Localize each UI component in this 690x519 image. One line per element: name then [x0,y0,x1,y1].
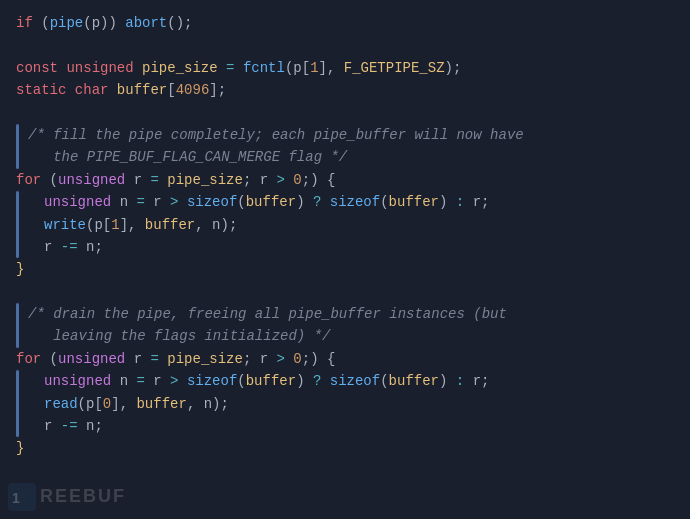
svg-text:1: 1 [12,490,20,506]
code-line-blank3 [16,281,674,303]
code-for2-line1: unsigned n = r > sizeof ( buffer ) ? siz… [16,370,674,392]
code-block: if ( pipe ( p )) abort (); const unsigne… [0,0,690,519]
code-line-4: static char buffer [ 4096 ]; [16,79,674,101]
code-for2-header: for ( unsigned r = pipe_size ; r > 0 ;) … [16,348,674,370]
code-for1-line2: write ( p [ 1 ], buffer , n ); [16,214,674,236]
code-comment-2: the PIPE_BUF_FLAG_CAN_MERGE flag */ [16,146,674,168]
code-line-blank2 [16,102,674,124]
code-comment-1: /* fill the pipe completely; each pipe_b… [16,124,674,146]
code-for1-close: } [16,258,674,280]
code-for2-line2: read ( p [ 0 ], buffer , n ); [16,393,674,415]
code-comment-3: /* drain the pipe, freeing all pipe_buff… [16,303,674,325]
code-line-1: if ( pipe ( p )) abort (); [16,12,674,34]
watermark-logo-icon: 1 [8,483,36,511]
code-for1-line3: r -= n ; [16,236,674,258]
code-for1-header: for ( unsigned r = pipe_size ; r > 0 ;) … [16,169,674,191]
code-line-3: const unsigned pipe_size = fcntl ( p [ 1… [16,57,674,79]
code-for2-close: } [16,437,674,459]
code-for1-line1: unsigned n = r > sizeof ( buffer ) ? siz… [16,191,674,213]
code-for2-line3: r -= n ; [16,415,674,437]
watermark-text: REEBUF [40,482,126,511]
watermark: 1 REEBUF [8,482,126,511]
func-pipe: pipe [50,12,84,34]
func-abort: abort [125,12,167,34]
keyword-if: if [16,12,33,34]
code-line-blank1 [16,34,674,56]
code-comment-4: leaving the flags initialized) */ [16,325,674,347]
